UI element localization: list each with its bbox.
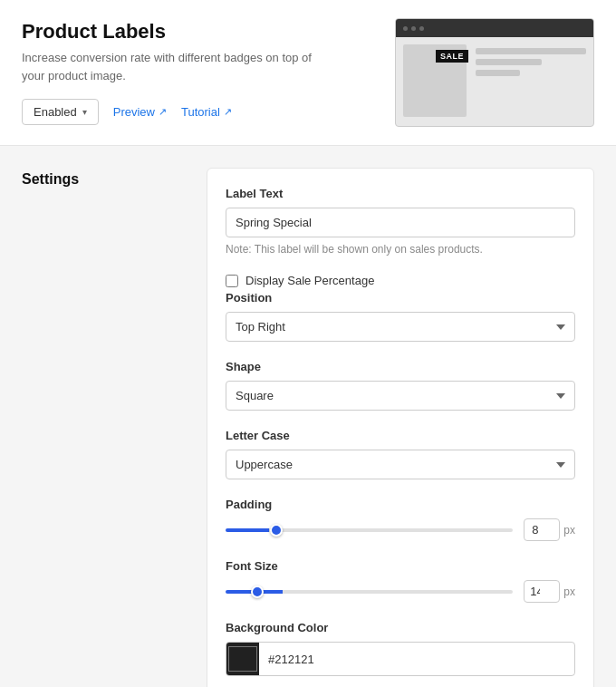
external-link-icon: ↗ [224,106,232,118]
position-select[interactable]: Top Right Top Left Bottom Right Bottom L… [226,312,575,342]
padding-label: Padding [226,498,575,511]
header-section: Product Labels Increase conversion rate … [0,0,616,146]
font-size-slider[interactable] [226,590,513,594]
padding-value-box: px [524,518,575,541]
enabled-button[interactable]: Enabled ▾ [22,99,99,125]
header-description: Increase conversion rate with different … [22,49,312,84]
label-text-group: Label Text Note: This label will be show… [226,187,575,256]
background-color-label: Background Color [226,621,575,634]
mockup-line [476,48,586,54]
position-label: Position [226,291,575,305]
preview-label: Preview [113,105,155,119]
font-size-slider-row: px [226,580,575,603]
letter-case-select[interactable]: Uppercase Lowercase Capitalize [226,450,575,479]
font-size-value-box: px [524,580,575,603]
background-color-group: Background Color [226,621,575,676]
mockup-dot [403,26,408,31]
padding-unit: px [563,524,575,537]
mockup-dot [419,26,424,31]
shape-group: Shape Square Circle Ribbon [226,360,575,411]
label-text-label: Label Text [226,187,575,200]
background-color-field [226,642,575,676]
display-sale-percentage-checkbox[interactable] [226,275,238,287]
display-sale-percentage-label: Display Sale Percentage [245,274,374,287]
page-title: Product Labels [22,20,395,44]
shape-label: Shape [226,360,575,373]
font-size-unit: px [563,585,575,598]
mockup-line [476,70,520,76]
letter-case-label: Letter Case [226,429,575,442]
sale-badge: SALE [436,50,468,63]
mockup-line [476,59,542,65]
header-left: Product Labels Increase conversion rate … [22,20,395,125]
external-link-icon: ↗ [159,106,167,118]
settings-panel: Label Text Note: This label will be show… [207,168,594,687]
preview-mockup: SALE [395,18,594,127]
label-note: Note: This label will be shown only on s… [226,243,575,256]
header-actions: Enabled ▾ Preview ↗ Tutorial ↗ [22,99,395,125]
mockup-image-box: SALE [403,44,467,117]
main-content: Settings Label Text Note: This label wil… [0,146,616,687]
font-size-value-input[interactable] [524,580,560,603]
position-group: Position Top Right Top Left Bottom Right… [226,291,575,342]
settings-section-label: Settings [22,168,185,188]
padding-slider[interactable] [226,528,513,532]
padding-value-input[interactable] [524,518,560,541]
tutorial-link[interactable]: Tutorial ↗ [181,105,232,119]
mockup-dot [411,26,416,31]
padding-slider-row: px [226,518,575,541]
mockup-content: SALE [396,37,593,124]
enabled-label: Enabled [34,105,77,119]
chevron-down-icon: ▾ [82,107,87,117]
background-color-swatch[interactable] [226,643,259,675]
label-text-input[interactable] [226,208,575,237]
background-color-input[interactable] [259,645,574,673]
preview-link[interactable]: Preview ↗ [113,105,167,119]
mockup-browser-bar [396,19,593,37]
mockup-lines [476,44,586,117]
padding-group: Padding px [226,498,575,541]
font-size-label: Font Size [226,559,575,573]
tutorial-label: Tutorial [181,105,220,119]
font-size-group: Font Size px [226,559,575,603]
letter-case-group: Letter Case Uppercase Lowercase Capitali… [226,429,575,479]
shape-select[interactable]: Square Circle Ribbon [226,381,575,411]
display-sale-percentage-group: Display Sale Percentage [226,274,575,287]
